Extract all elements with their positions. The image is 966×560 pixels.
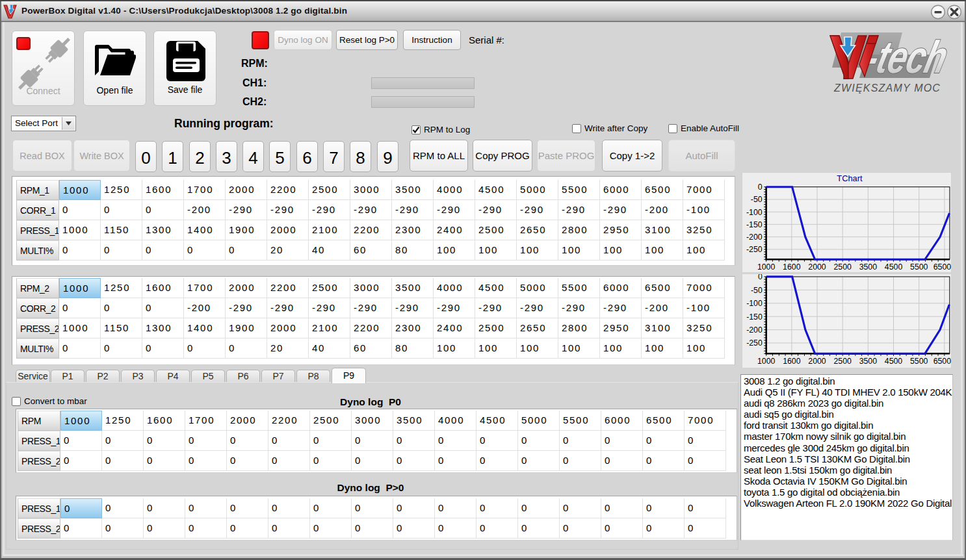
svg-text:-200: -200 — [746, 325, 763, 335]
svg-text:2500: 2500 — [833, 262, 852, 272]
svg-text:-100: -100 — [746, 208, 763, 217]
svg-text:ZWIĘKSZAMY MOC: ZWIĘKSZAMY MOC — [833, 83, 941, 94]
svg-text:5500: 5500 — [910, 262, 928, 272]
svg-text:5500: 5500 — [910, 357, 928, 366]
svg-text:-50: -50 — [751, 195, 763, 204]
svg-text:-50: -50 — [751, 286, 763, 295]
svg-text:6500: 6500 — [933, 262, 952, 272]
svg-text:1000: 1000 — [757, 262, 776, 272]
svg-text:2500: 2500 — [833, 357, 852, 366]
svg-text:4500: 4500 — [885, 262, 903, 272]
svg-text:3500: 3500 — [859, 262, 878, 272]
svg-text:2000: 2000 — [808, 357, 826, 366]
svg-text:1000: 1000 — [757, 357, 776, 366]
svg-text:1600: 1600 — [783, 357, 801, 366]
svg-text:-150: -150 — [746, 312, 763, 322]
svg-text:4500: 4500 — [885, 357, 903, 366]
svg-text:-100: -100 — [746, 299, 763, 308]
svg-text:-250: -250 — [746, 338, 763, 348]
svg-text:0: 0 — [758, 183, 763, 192]
svg-text:TChart: TChart — [837, 173, 863, 183]
svg-text:-150: -150 — [746, 220, 763, 229]
svg-text:0: 0 — [758, 274, 763, 281]
svg-text:2000: 2000 — [808, 262, 826, 272]
svg-text:3500: 3500 — [859, 357, 878, 366]
svg-text:-250: -250 — [746, 245, 763, 254]
svg-text:1600: 1600 — [783, 262, 801, 272]
svg-text:-200: -200 — [746, 233, 763, 242]
svg-text:6500: 6500 — [933, 357, 952, 366]
